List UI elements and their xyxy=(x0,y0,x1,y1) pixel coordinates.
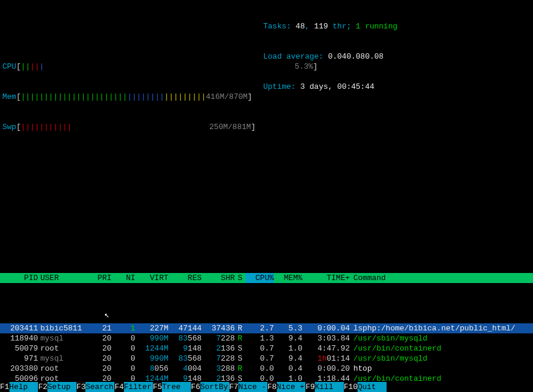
fkey-f6[interactable]: F6 xyxy=(191,382,200,392)
col-pid[interactable]: PID xyxy=(0,273,38,283)
col-res[interactable]: RES xyxy=(168,273,202,283)
process-row[interactable]: 50079root2001244M91482136S0.71.04:47.92/… xyxy=(0,343,533,354)
col-time[interactable]: TIME+ xyxy=(302,273,350,283)
mem-label: Mem xyxy=(2,92,16,102)
function-key-bar[interactable]: F1Help F2Setup F3SearchF4FilterF5Tree F6… xyxy=(0,382,533,392)
column-header[interactable]: PID USER PRI NI VIRT RES SHR S CPU% MEM%… xyxy=(0,273,533,283)
col-mem[interactable]: MEM% xyxy=(274,273,302,283)
fkey-f8[interactable]: F8 xyxy=(267,382,277,392)
fkey-label[interactable]: Kill xyxy=(315,382,344,392)
fkey-label[interactable]: Nice - xyxy=(238,382,267,392)
fkey-f2[interactable]: F2 xyxy=(38,382,47,392)
fkey-f10[interactable]: F10 xyxy=(344,382,358,392)
fkey-label[interactable]: Nice + xyxy=(277,382,306,392)
fkey-label[interactable]: Tree xyxy=(162,382,191,392)
mem-bar: |||||||||||||||||||||||||||||||||||||||| xyxy=(21,92,206,102)
fkey-f1[interactable]: F1 xyxy=(0,382,9,392)
mouse-cursor-icon: ↖ xyxy=(104,310,109,320)
fkey-label[interactable]: SortBy xyxy=(200,382,229,392)
col-cmd[interactable]: Command xyxy=(350,273,533,283)
fkey-label[interactable]: Filter xyxy=(124,382,153,392)
swp-bar: ||||||||||| xyxy=(21,122,72,132)
col-virt[interactable]: VIRT xyxy=(135,273,168,283)
process-row[interactable]: 203380root200805640043288R0.00.40:00.20h… xyxy=(0,364,533,374)
col-cpu[interactable]: CPU% xyxy=(245,273,274,283)
cpu-bar: ||||| xyxy=(21,62,44,72)
fkey-label[interactable]: Help xyxy=(9,382,39,392)
fkey-label[interactable]: Search xyxy=(85,382,114,392)
col-shr[interactable]: SHR xyxy=(202,273,235,283)
cpu-label: CPU xyxy=(2,62,16,72)
fkey-f4[interactable]: F4 xyxy=(114,382,124,392)
swp-meter: Swp[|||||||||||250M/881M] xyxy=(2,122,533,132)
fkey-f5[interactable]: F5 xyxy=(153,382,162,392)
fkey-f7[interactable]: F7 xyxy=(229,382,239,392)
col-ni[interactable]: NI xyxy=(111,273,135,283)
fkey-label[interactable]: Quit xyxy=(358,382,387,392)
process-row[interactable]: 971mysql200990M835687228S0.79.41h01:14/u… xyxy=(0,354,533,364)
htop-screen: CPU[||||| 5.3%] Mem[||||||||||||||||||||… xyxy=(0,0,533,392)
system-info: Tasks: 48, 119 thr; 1 running Load avera… xyxy=(263,1,397,112)
fkey-label[interactable]: Setup xyxy=(47,382,76,392)
process-row[interactable]: 118940mysql200990M835687228R1.39.43:03.8… xyxy=(0,333,533,343)
col-s[interactable]: S xyxy=(235,273,245,283)
fkey-f9[interactable]: F9 xyxy=(305,382,315,392)
fkey-f3[interactable]: F3 xyxy=(76,382,86,392)
col-user[interactable]: USER xyxy=(38,273,88,283)
col-pri[interactable]: PRI xyxy=(88,273,111,283)
swp-label: Swp xyxy=(2,122,16,132)
process-row[interactable]: 203411bibic5811211227M4714437436R2.75.30… xyxy=(0,323,533,333)
